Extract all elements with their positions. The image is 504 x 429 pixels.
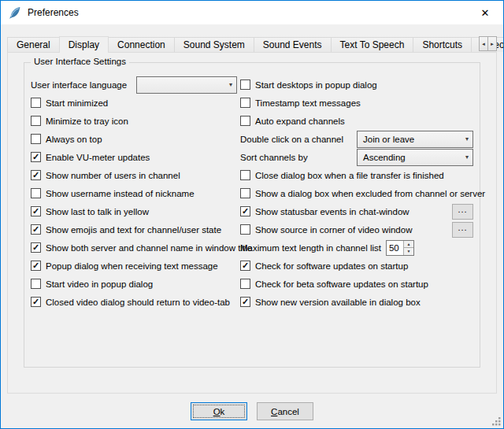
checkbox-enable-vu-meter-updates[interactable]: ✓ Enable VU-meter updates xyxy=(31,148,240,166)
checkbox-check-for-beta-software-updates-on-startup[interactable]: Check for beta software updates on start… xyxy=(240,275,473,293)
checkbox[interactable] xyxy=(240,224,250,235)
double-click-row: Double click on a channel Join or leave … xyxy=(240,130,473,148)
tab-sound-events[interactable]: Sound Events xyxy=(254,37,332,52)
checkbox-show-last-to-talk-in-yellow[interactable]: ✓ Show last to talk in yellow xyxy=(31,202,240,220)
checkbox-show-emojis-and-text-for-channel-user-state[interactable]: ✓ Show emojis and text for channel/user … xyxy=(31,220,240,239)
checkbox-always-on-top[interactable]: Always on top xyxy=(31,130,240,148)
checkbox[interactable]: ✓ xyxy=(31,152,41,162)
checkbox[interactable] xyxy=(240,116,250,126)
chevron-left-icon: ◄ xyxy=(481,42,486,46)
checkbox[interactable]: ✓ xyxy=(31,242,41,253)
checkbox[interactable]: ✓ xyxy=(240,206,250,216)
max-text-length-row: Maximum text length in channel list 50 ▲… xyxy=(240,239,473,257)
checkbox[interactable]: ✓ xyxy=(240,297,250,307)
checkbox[interactable] xyxy=(31,116,41,126)
checkbox-check-for-software-updates-on-startup[interactable]: ✓ Check for software updates on startup xyxy=(240,257,473,275)
checkbox-label: Popup dialog when receiving text message xyxy=(46,261,218,271)
checkbox[interactable] xyxy=(31,279,41,289)
checkbox[interactable]: ✓ xyxy=(31,297,41,307)
ok-button[interactable]: Ok xyxy=(191,402,247,420)
tab-shortcuts[interactable]: Shortcuts xyxy=(413,37,472,52)
display-tab-panel: User Interface Settings User interface l… xyxy=(7,52,497,394)
checkbox-show-username-instead-of-nickname[interactable]: Show username instead of nickname xyxy=(31,184,240,202)
checkbox-label: Show source in corner of video window xyxy=(255,225,412,235)
double-click-combobox-value: Join or leave xyxy=(363,135,414,144)
sort-channels-combobox[interactable]: Ascending ▾ xyxy=(357,149,473,166)
close-icon: ✕ xyxy=(481,7,490,19)
checkbox[interactable] xyxy=(240,80,250,90)
checkbox[interactable]: ✓ xyxy=(240,261,250,271)
checkbox-label: Close dialog box when a file transfer is… xyxy=(255,171,444,180)
sort-channels-combobox-value: Ascending xyxy=(363,153,406,162)
tab-sound-system[interactable]: Sound System xyxy=(174,37,254,52)
checkbox-show-statusbar-events-in-chat-window[interactable]: ✓ Show statusbar events in chat-window .… xyxy=(240,202,473,220)
resize-grip-icon[interactable] xyxy=(491,416,502,427)
checkbox[interactable]: ✓ xyxy=(31,170,41,180)
left-column: User interface language ▾ Start minimize… xyxy=(31,76,240,311)
checkbox[interactable]: ✓ xyxy=(31,224,41,235)
checkbox-popup-dialog-when-receiving-text-message[interactable]: ✓ Popup dialog when receiving text messa… xyxy=(31,257,240,275)
tab-scroll-right-button[interactable]: ► xyxy=(487,36,497,51)
user-interface-settings-group: User Interface Settings User interface l… xyxy=(24,62,480,368)
chevron-down-icon: ▾ xyxy=(224,81,232,88)
dialog-footer: Ok Cancel xyxy=(1,402,503,420)
spinner-down-button[interactable]: ▼ xyxy=(404,248,413,255)
checkbox[interactable] xyxy=(240,279,250,289)
checkbox[interactable]: ✓ xyxy=(31,261,41,271)
chevron-down-icon: ▾ xyxy=(461,135,469,142)
checkbox-closed-video-dialog-should-return-to-video-tab[interactable]: ✓ Closed video dialog should return to v… xyxy=(31,293,240,311)
checkbox[interactable]: ✓ xyxy=(31,206,41,216)
close-button[interactable]: ✕ xyxy=(467,1,503,24)
language-combobox[interactable]: ▾ xyxy=(136,76,237,94)
tab-connection[interactable]: Connection xyxy=(108,37,175,52)
tab-strip: General Display Connection Sound System … xyxy=(7,35,497,52)
double-click-combobox[interactable]: Join or leave ▾ xyxy=(357,131,473,148)
titlebar: Preferences ✕ xyxy=(1,1,503,24)
checkbox-label: Timestamp text messages xyxy=(255,98,361,108)
tab-text-to-speech[interactable]: Text To Speech xyxy=(331,37,414,52)
checkbox[interactable] xyxy=(31,188,41,198)
tab-display[interactable]: Display xyxy=(59,36,109,53)
checkbox[interactable] xyxy=(240,98,250,108)
checkbox-label: Start desktops in popup dialog xyxy=(255,80,377,90)
cancel-button-label: ancel xyxy=(277,407,299,416)
checkbox-label: Closed video dialog should return to vid… xyxy=(46,298,230,307)
checkbox-start-minimized[interactable]: Start minimized xyxy=(31,94,240,112)
sort-channels-row: Sort channels by Ascending ▾ xyxy=(240,148,473,166)
sort-channels-label: Sort channels by xyxy=(240,153,308,162)
cancel-button[interactable]: Cancel xyxy=(257,402,313,420)
checkbox[interactable] xyxy=(31,134,41,144)
checkbox-start-desktops-in-popup-dialog[interactable]: Start desktops in popup dialog xyxy=(240,76,473,94)
right-column: Start desktops in popup dialog Timestamp… xyxy=(240,76,473,311)
video-source-browse-button[interactable]: ... xyxy=(452,222,473,238)
chevron-right-icon: ► xyxy=(490,42,495,46)
checkbox-label: Check for beta software updates on start… xyxy=(255,279,428,289)
checkbox-show-new-version-available-in-dialog-box[interactable]: ✓ Show new version available in dialog b… xyxy=(240,293,473,311)
checkbox-label: Enable VU-meter updates xyxy=(46,153,150,162)
tab-general[interactable]: General xyxy=(7,37,60,52)
tab-scroll-control: ◄ ► xyxy=(480,36,497,51)
checkbox-close-dialog-box-when-file-transfer-finished[interactable]: Close dialog box when a file transfer is… xyxy=(240,166,473,184)
checkbox-start-video-in-popup-dialog[interactable]: Start video in popup dialog xyxy=(31,275,240,293)
checkbox-label: Show emojis and text for channel/user st… xyxy=(46,225,221,235)
spinner-buttons: ▲ ▼ xyxy=(403,241,413,255)
checkbox-label: Show last to talk in yellow xyxy=(46,207,149,216)
checkbox-show-both-server-and-channel-name-in-window-title[interactable]: ✓ Show both server and channel name in w… xyxy=(31,239,240,257)
spinner-up-button[interactable]: ▲ xyxy=(404,241,413,249)
groupbox-title: User Interface Settings xyxy=(31,57,129,66)
checkbox-show-source-in-corner-of-video-window[interactable]: Show source in corner of video window ..… xyxy=(240,220,473,239)
double-click-label: Double click on a channel xyxy=(240,135,343,144)
checkbox[interactable] xyxy=(240,188,250,198)
checkbox-label: Show new version available in dialog box xyxy=(255,298,421,307)
checkbox-auto-expand-channels[interactable]: Auto expand channels xyxy=(240,112,473,130)
checkbox-show-dialog-box-when-excluded[interactable]: Show a dialog box when excluded from cha… xyxy=(240,184,473,202)
checkbox-timestamp-text-messages[interactable]: Timestamp text messages xyxy=(240,94,473,112)
statusbar-events-browse-button[interactable]: ... xyxy=(452,204,473,220)
max-text-length-spinner[interactable]: 50 ▲ ▼ xyxy=(386,240,414,256)
checkbox[interactable] xyxy=(240,170,250,180)
language-label: User interface language xyxy=(31,80,136,90)
checkbox-minimize-to-tray-icon[interactable]: Minimize to tray icon xyxy=(31,112,240,130)
max-text-length-value[interactable]: 50 xyxy=(387,241,403,255)
checkbox-show-number-of-users-in-channel[interactable]: ✓ Show number of users in channel xyxy=(31,166,240,184)
checkbox[interactable] xyxy=(31,98,41,108)
